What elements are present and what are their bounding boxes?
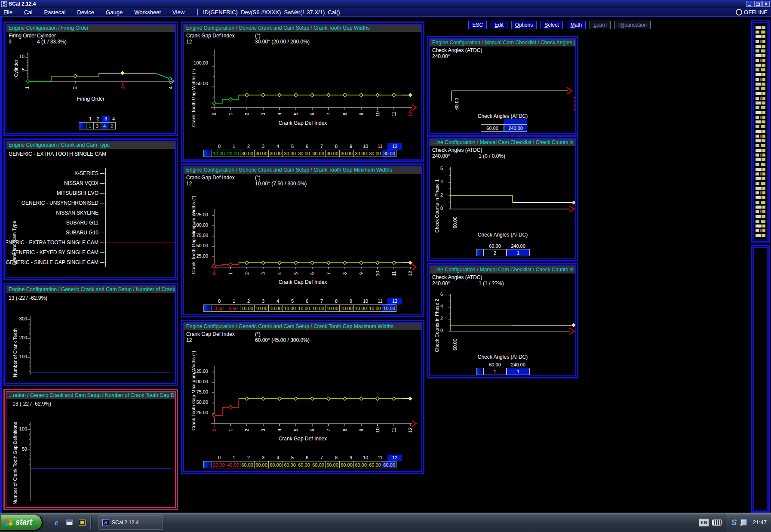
column-header[interactable]: 9 <box>344 455 358 461</box>
column-header[interactable]: 10 <box>358 298 373 304</box>
start-button[interactable]: start <box>0 514 43 531</box>
column-header[interactable]: 11 <box>373 455 387 461</box>
menu-item[interactable]: Worksheet <box>134 9 161 15</box>
selected-column-header[interactable] <box>504 119 527 124</box>
table-cell[interactable]: 10.00 <box>212 150 226 157</box>
column-header[interactable]: 4 <box>270 298 285 304</box>
table-cell[interactable]: 2 <box>483 249 507 256</box>
table-cell[interactable]: 3.50 <box>212 304 226 312</box>
column-header[interactable]: 7 <box>314 298 329 304</box>
column-header[interactable]: 0 <box>212 298 227 304</box>
table-cell[interactable]: 60.00 <box>353 461 368 468</box>
menu-item[interactable]: Gauge <box>106 9 123 15</box>
column-header[interactable]: 240.00 <box>507 362 530 368</box>
column-header[interactable]: 10 <box>358 455 373 461</box>
crank-type-option[interactable]: GENERIC - SINGLE GAP SINGLE CAM <box>9 257 105 267</box>
table-cell[interactable]: 10.00 <box>283 304 297 312</box>
panel-title[interactable]: Engine Configuration / Generic Crank and… <box>184 166 421 174</box>
column-header[interactable]: 3 <box>256 455 270 461</box>
table-cell[interactable]: 10.00 <box>339 304 354 312</box>
table-cell[interactable]: 10.00 <box>297 304 311 312</box>
table-cell[interactable]: 240.00 <box>504 124 527 132</box>
column-header[interactable]: 7 <box>314 143 329 150</box>
column-header[interactable]: 8 <box>329 455 344 461</box>
table-cell[interactable]: 60.00 <box>368 461 382 468</box>
column-header[interactable]: 6 <box>300 143 314 150</box>
task-button-scal[interactable]: S SCal 2.12.4 <box>98 515 163 530</box>
crank-type-option[interactable]: MITSUBISHI EVO <box>9 188 105 198</box>
table-cell[interactable]: 10.00 <box>268 304 283 312</box>
table-cell[interactable]: 30.00 <box>268 150 283 157</box>
table-cell[interactable]: 10.00 <box>325 304 340 312</box>
column-header[interactable]: 4 <box>270 455 285 461</box>
column-header[interactable]: 0 <box>212 455 227 461</box>
column-header[interactable]: 60.00 <box>483 362 507 368</box>
table-cell[interactable]: 1 <box>507 368 530 375</box>
table-cell[interactable]: 30.00 <box>297 150 311 157</box>
panel-title[interactable]: Engine Configuration / Crank and Cam Typ… <box>6 141 175 149</box>
menu-item[interactable]: Pastecal <box>44 9 65 15</box>
crank-type-option[interactable]: NISSAN SKYLINE <box>9 208 105 218</box>
panel-title[interactable]: Engine Configuration / Generic Crank and… <box>6 286 175 293</box>
column-header[interactable]: 240.00 <box>507 243 530 249</box>
toolbar-button[interactable]: ESC <box>468 21 487 29</box>
column-header[interactable]: 60.00 <box>483 243 507 249</box>
table-cell[interactable]: 60.00 <box>297 461 311 468</box>
column-header[interactable]: 6 <box>300 298 314 304</box>
column-header[interactable]: 9 <box>344 298 358 304</box>
column-header[interactable]: 1 <box>227 143 241 150</box>
column-header[interactable]: 12 <box>387 455 402 461</box>
table-cell[interactable]: 30.00 <box>311 150 326 157</box>
column-header[interactable]: 6 <box>300 455 314 461</box>
column-header[interactable]: 1 <box>227 298 241 304</box>
crank-type-option[interactable]: NISSAN VQ3X <box>9 178 105 188</box>
column-header[interactable]: 7 <box>314 455 329 461</box>
column-header[interactable]: 3 <box>256 143 270 150</box>
column-header[interactable]: 11 <box>373 143 387 150</box>
table-cell[interactable]: 10.00 <box>382 304 396 312</box>
internet-explorer-icon[interactable]: e <box>52 518 61 527</box>
crank-type-option[interactable]: GENERIC - UNSYNCHRONISED <box>9 198 105 208</box>
table-cell[interactable]: 30.00 <box>240 150 255 157</box>
panel-title[interactable]: ...ine Configuration / Manual Cam Checkl… <box>430 139 575 146</box>
crank-type-option[interactable]: SUBARU G11 <box>9 218 105 228</box>
maximize-button[interactable] <box>754 1 762 7</box>
table-cell[interactable]: 1 <box>507 249 530 256</box>
table-cell[interactable]: 40.00 <box>226 461 240 468</box>
table-cell[interactable]: 20.00 <box>226 150 240 157</box>
table-cell[interactable]: 20.00 <box>212 461 226 468</box>
table-cell[interactable]: 60.00 <box>382 461 396 468</box>
table-cell[interactable]: 2 <box>108 122 116 129</box>
table-cell[interactable]: 10.00 <box>311 304 326 312</box>
column-header[interactable]: 2 <box>241 298 256 304</box>
language-indicator[interactable]: EN <box>699 519 709 526</box>
toolbar-button[interactable]: Math <box>567 21 586 29</box>
table-cell[interactable]: 10.00 <box>368 304 382 312</box>
minimize-button[interactable] <box>746 1 753 7</box>
table-cell[interactable]: 60.00 <box>254 461 269 468</box>
column-header[interactable]: 1 <box>227 455 241 461</box>
toolbar-button[interactable]: Learn <box>590 21 611 29</box>
table-cell[interactable]: 1 <box>483 368 507 375</box>
column-header[interactable]: 11 <box>373 298 387 304</box>
table-cell[interactable]: 1 <box>86 122 94 129</box>
table-cell[interactable]: 3 <box>93 122 101 129</box>
table-cell[interactable]: 30.00 <box>254 150 269 157</box>
column-header[interactable]: 5 <box>285 455 300 461</box>
column-header[interactable]: 2 <box>241 143 256 150</box>
table-cell[interactable]: 60.00 <box>311 461 326 468</box>
table-cell[interactable]: 10.00 <box>240 304 255 312</box>
virtualbox-tray-icon[interactable] <box>740 519 747 526</box>
toolbar-button[interactable]: Edit <box>491 21 507 29</box>
table-cell[interactable]: 30.00 <box>325 150 340 157</box>
column-header[interactable]: 9 <box>344 143 358 150</box>
menu-item[interactable]: Device <box>77 9 94 15</box>
column-header[interactable]: 2 <box>94 116 102 122</box>
menu-item[interactable]: View <box>172 9 184 15</box>
column-header[interactable]: 5 <box>285 143 300 150</box>
column-header[interactable]: 5 <box>285 298 300 304</box>
crank-type-option[interactable]: GENERIC - EXTRA TOOTH SINGLE CAM <box>9 237 105 247</box>
close-button[interactable]: × <box>762 1 770 7</box>
column-header[interactable]: 0 <box>212 143 227 150</box>
toolbar-button[interactable]: Select <box>541 21 562 29</box>
